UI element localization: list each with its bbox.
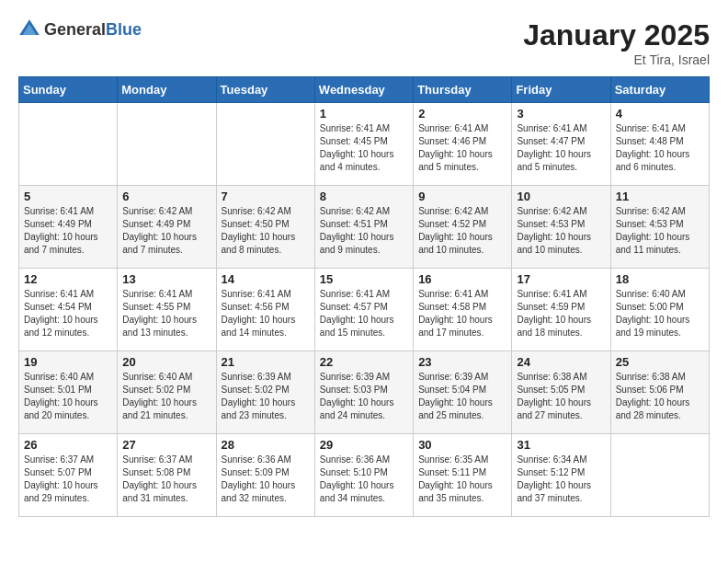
day-number: 23 — [418, 355, 506, 369]
calendar-cell — [19, 103, 118, 186]
day-number: 25 — [616, 355, 704, 369]
col-header-sunday: Sunday — [19, 77, 118, 103]
day-number: 14 — [222, 272, 310, 286]
day-info: Sunrise: 6:41 AM Sunset: 4:47 PM Dayligh… — [517, 122, 605, 174]
day-number: 16 — [418, 272, 506, 286]
calendar-cell: 12Sunrise: 6:41 AM Sunset: 4:54 PM Dayli… — [19, 269, 118, 351]
day-info: Sunrise: 6:37 AM Sunset: 5:08 PM Dayligh… — [122, 454, 210, 505]
day-info: Sunrise: 6:42 AM Sunset: 4:53 PM Dayligh… — [616, 205, 704, 257]
day-info: Sunrise: 6:41 AM Sunset: 4:59 PM Dayligh… — [517, 288, 605, 339]
calendar-cell: 22Sunrise: 6:39 AM Sunset: 5:03 PM Dayli… — [314, 351, 413, 434]
calendar-cell — [216, 103, 314, 186]
calendar-cell: 19Sunrise: 6:40 AM Sunset: 5:01 PM Dayli… — [19, 351, 118, 434]
day-info: Sunrise: 6:39 AM Sunset: 5:02 PM Dayligh… — [222, 371, 310, 422]
day-number: 18 — [616, 272, 704, 286]
day-info: Sunrise: 6:42 AM Sunset: 4:50 PM Dayligh… — [222, 205, 310, 257]
day-number: 31 — [517, 438, 605, 452]
day-info: Sunrise: 6:40 AM Sunset: 5:00 PM Dayligh… — [616, 288, 704, 339]
day-info: Sunrise: 6:41 AM Sunset: 4:49 PM Dayligh… — [24, 205, 112, 257]
day-info: Sunrise: 6:41 AM Sunset: 4:58 PM Dayligh… — [418, 288, 506, 339]
month-title: January 2025 — [523, 18, 710, 52]
calendar-cell: 9Sunrise: 6:42 AM Sunset: 4:52 PM Daylig… — [414, 186, 512, 269]
calendar-cell: 20Sunrise: 6:40 AM Sunset: 5:02 PM Dayli… — [118, 351, 216, 434]
calendar-cell: 3Sunrise: 6:41 AM Sunset: 4:47 PM Daylig… — [512, 103, 610, 186]
day-number: 30 — [418, 438, 506, 452]
day-number: 13 — [122, 272, 210, 286]
day-info: Sunrise: 6:41 AM Sunset: 4:55 PM Dayligh… — [122, 288, 210, 339]
logo: GeneralBlue — [18, 18, 142, 40]
day-info: Sunrise: 6:41 AM Sunset: 4:57 PM Dayligh… — [320, 288, 408, 339]
day-info: Sunrise: 6:36 AM Sunset: 5:09 PM Dayligh… — [222, 454, 310, 505]
col-header-saturday: Saturday — [610, 77, 709, 103]
day-number: 4 — [616, 107, 704, 121]
day-number: 5 — [24, 190, 112, 203]
day-info: Sunrise: 6:38 AM Sunset: 5:06 PM Dayligh… — [616, 371, 704, 422]
calendar-cell: 6Sunrise: 6:42 AM Sunset: 4:49 PM Daylig… — [118, 186, 216, 269]
col-header-thursday: Thursday — [414, 77, 512, 103]
calendar-cell: 26Sunrise: 6:37 AM Sunset: 5:07 PM Dayli… — [19, 434, 118, 517]
logo-icon — [18, 18, 40, 40]
day-number: 29 — [320, 438, 408, 452]
day-number: 6 — [122, 190, 210, 203]
day-info: Sunrise: 6:39 AM Sunset: 5:03 PM Dayligh… — [320, 371, 408, 422]
calendar-cell: 10Sunrise: 6:42 AM Sunset: 4:53 PM Dayli… — [512, 186, 610, 269]
calendar-week-row: 12Sunrise: 6:41 AM Sunset: 4:54 PM Dayli… — [19, 269, 710, 351]
location-subtitle: Et Tira, Israel — [523, 52, 710, 67]
day-info: Sunrise: 6:36 AM Sunset: 5:10 PM Dayligh… — [320, 454, 408, 505]
day-info: Sunrise: 6:40 AM Sunset: 5:02 PM Dayligh… — [122, 371, 210, 422]
calendar-cell: 31Sunrise: 6:34 AM Sunset: 5:12 PM Dayli… — [512, 434, 610, 517]
day-info: Sunrise: 6:41 AM Sunset: 4:46 PM Dayligh… — [418, 122, 506, 174]
day-info: Sunrise: 6:41 AM Sunset: 4:56 PM Dayligh… — [222, 288, 310, 339]
day-number: 7 — [222, 190, 310, 203]
calendar-cell: 14Sunrise: 6:41 AM Sunset: 4:56 PM Dayli… — [216, 269, 314, 351]
calendar-cell: 4Sunrise: 6:41 AM Sunset: 4:48 PM Daylig… — [610, 103, 709, 186]
day-info: Sunrise: 6:42 AM Sunset: 4:51 PM Dayligh… — [320, 205, 408, 257]
calendar-cell: 23Sunrise: 6:39 AM Sunset: 5:04 PM Dayli… — [414, 351, 512, 434]
col-header-monday: Monday — [118, 77, 216, 103]
col-header-friday: Friday — [512, 77, 610, 103]
calendar-cell: 27Sunrise: 6:37 AM Sunset: 5:08 PM Dayli… — [118, 434, 216, 517]
day-info: Sunrise: 6:41 AM Sunset: 4:48 PM Dayligh… — [616, 122, 704, 174]
day-number: 19 — [24, 355, 112, 369]
title-block: January 2025 Et Tira, Israel — [523, 18, 710, 67]
calendar-table: SundayMondayTuesdayWednesdayThursdayFrid… — [18, 76, 710, 517]
day-info: Sunrise: 6:41 AM Sunset: 4:54 PM Dayligh… — [24, 288, 112, 339]
day-info: Sunrise: 6:35 AM Sunset: 5:11 PM Dayligh… — [418, 454, 506, 505]
day-number: 20 — [122, 355, 210, 369]
day-info: Sunrise: 6:34 AM Sunset: 5:12 PM Dayligh… — [517, 454, 605, 505]
day-number: 17 — [517, 272, 605, 286]
calendar-cell: 15Sunrise: 6:41 AM Sunset: 4:57 PM Dayli… — [314, 269, 413, 351]
day-info: Sunrise: 6:40 AM Sunset: 5:01 PM Dayligh… — [24, 371, 112, 422]
calendar-cell: 25Sunrise: 6:38 AM Sunset: 5:06 PM Dayli… — [610, 351, 709, 434]
calendar-cell: 21Sunrise: 6:39 AM Sunset: 5:02 PM Dayli… — [216, 351, 314, 434]
calendar-header-row: SundayMondayTuesdayWednesdayThursdayFrid… — [19, 77, 710, 103]
calendar-cell: 28Sunrise: 6:36 AM Sunset: 5:09 PM Dayli… — [216, 434, 314, 517]
calendar-cell: 5Sunrise: 6:41 AM Sunset: 4:49 PM Daylig… — [19, 186, 118, 269]
calendar-cell: 17Sunrise: 6:41 AM Sunset: 4:59 PM Dayli… — [512, 269, 610, 351]
calendar-cell: 24Sunrise: 6:38 AM Sunset: 5:05 PM Dayli… — [512, 351, 610, 434]
calendar-cell — [118, 103, 216, 186]
calendar-cell: 13Sunrise: 6:41 AM Sunset: 4:55 PM Dayli… — [118, 269, 216, 351]
calendar-cell: 2Sunrise: 6:41 AM Sunset: 4:46 PM Daylig… — [414, 103, 512, 186]
day-number: 3 — [517, 107, 605, 121]
day-number: 1 — [320, 107, 408, 121]
calendar-cell: 16Sunrise: 6:41 AM Sunset: 4:58 PM Dayli… — [414, 269, 512, 351]
day-info: Sunrise: 6:42 AM Sunset: 4:53 PM Dayligh… — [517, 205, 605, 257]
calendar-cell: 18Sunrise: 6:40 AM Sunset: 5:00 PM Dayli… — [610, 269, 709, 351]
day-info: Sunrise: 6:41 AM Sunset: 4:45 PM Dayligh… — [320, 122, 408, 174]
calendar-cell: 1Sunrise: 6:41 AM Sunset: 4:45 PM Daylig… — [314, 103, 413, 186]
page-header: GeneralBlue January 2025 Et Tira, Israel — [18, 18, 710, 67]
calendar-cell: 11Sunrise: 6:42 AM Sunset: 4:53 PM Dayli… — [610, 186, 709, 269]
col-header-tuesday: Tuesday — [216, 77, 314, 103]
day-info: Sunrise: 6:42 AM Sunset: 4:49 PM Dayligh… — [122, 205, 210, 257]
calendar-week-row: 19Sunrise: 6:40 AM Sunset: 5:01 PM Dayli… — [19, 351, 710, 434]
calendar-cell: 29Sunrise: 6:36 AM Sunset: 5:10 PM Dayli… — [314, 434, 413, 517]
day-info: Sunrise: 6:38 AM Sunset: 5:05 PM Dayligh… — [517, 371, 605, 422]
day-number: 27 — [122, 438, 210, 452]
day-number: 28 — [222, 438, 310, 452]
day-number: 12 — [24, 272, 112, 286]
day-number: 10 — [517, 190, 605, 203]
day-number: 24 — [517, 355, 605, 369]
day-number: 21 — [222, 355, 310, 369]
day-number: 9 — [418, 190, 506, 203]
